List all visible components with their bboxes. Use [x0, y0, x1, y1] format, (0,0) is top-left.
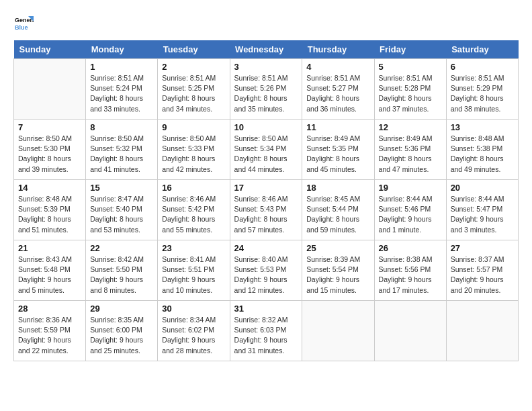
day-number: 8: [90, 122, 153, 132]
day-info: Sunrise: 8:47 AMSunset: 5:40 PMDaylight:…: [90, 194, 153, 235]
day-cell: [14, 59, 86, 120]
day-cell: 23Sunrise: 8:41 AMSunset: 5:51 PMDayligh…: [158, 240, 230, 301]
day-cell: 9Sunrise: 8:50 AMSunset: 5:33 PMDaylight…: [158, 120, 230, 180]
logo: General Blue: [13, 13, 36, 34]
week-row-1: 1Sunrise: 8:51 AMSunset: 5:24 PMDaylight…: [14, 59, 519, 120]
day-number: 7: [18, 122, 81, 132]
day-number: 12: [379, 122, 442, 132]
day-number: 9: [162, 122, 225, 132]
day-cell: 1Sunrise: 8:51 AMSunset: 5:24 PMDaylight…: [86, 59, 158, 120]
day-number: 26: [379, 243, 442, 253]
day-cell: 21Sunrise: 8:43 AMSunset: 5:48 PMDayligh…: [14, 240, 86, 301]
day-cell: 17Sunrise: 8:46 AMSunset: 5:43 PMDayligh…: [230, 180, 302, 240]
day-cell: 26Sunrise: 8:38 AMSunset: 5:56 PMDayligh…: [374, 240, 446, 301]
day-number: 10: [234, 122, 298, 132]
logo-icon: General Blue: [13, 13, 34, 34]
day-number: 3: [234, 62, 298, 72]
day-number: 13: [451, 122, 514, 132]
day-number: 29: [90, 304, 153, 314]
day-cell: [446, 301, 518, 361]
day-cell: 2Sunrise: 8:51 AMSunset: 5:25 PMDaylight…: [158, 59, 230, 120]
day-cell: 28Sunrise: 8:36 AMSunset: 5:59 PMDayligh…: [14, 301, 86, 361]
day-info: Sunrise: 8:38 AMSunset: 5:56 PMDaylight:…: [379, 255, 442, 295]
day-info: Sunrise: 8:41 AMSunset: 5:51 PMDaylight:…: [162, 255, 225, 295]
day-number: 20: [451, 183, 514, 193]
day-info: Sunrise: 8:35 AMSunset: 6:00 PMDaylight:…: [90, 315, 153, 356]
day-info: Sunrise: 8:49 AMSunset: 5:35 PMDaylight:…: [306, 134, 369, 175]
day-number: 16: [162, 183, 225, 193]
day-number: 5: [379, 62, 442, 72]
day-number: 14: [18, 183, 81, 193]
week-row-5: 28Sunrise: 8:36 AMSunset: 5:59 PMDayligh…: [14, 301, 519, 361]
svg-text:Blue: Blue: [15, 24, 28, 31]
day-cell: [374, 301, 446, 361]
day-number: 23: [162, 243, 225, 253]
day-info: Sunrise: 8:50 AMSunset: 5:34 PMDaylight:…: [234, 134, 298, 175]
day-cell: 10Sunrise: 8:50 AMSunset: 5:34 PMDayligh…: [230, 120, 302, 180]
day-number: 11: [306, 122, 369, 132]
day-cell: 7Sunrise: 8:50 AMSunset: 5:30 PMDaylight…: [14, 120, 86, 180]
day-number: 2: [162, 62, 225, 72]
day-number: 27: [451, 243, 514, 253]
week-row-3: 14Sunrise: 8:48 AMSunset: 5:39 PMDayligh…: [14, 180, 519, 240]
week-row-2: 7Sunrise: 8:50 AMSunset: 5:30 PMDaylight…: [14, 120, 519, 180]
day-cell: 3Sunrise: 8:51 AMSunset: 5:26 PMDaylight…: [230, 59, 302, 120]
day-info: Sunrise: 8:51 AMSunset: 5:28 PMDaylight:…: [379, 73, 442, 114]
day-number: 6: [451, 62, 514, 72]
day-cell: 6Sunrise: 8:51 AMSunset: 5:29 PMDaylight…: [446, 59, 518, 120]
week-row-4: 21Sunrise: 8:43 AMSunset: 5:48 PMDayligh…: [14, 240, 519, 301]
day-number: 24: [234, 243, 298, 253]
day-info: Sunrise: 8:50 AMSunset: 5:33 PMDaylight:…: [162, 134, 225, 175]
day-cell: 16Sunrise: 8:46 AMSunset: 5:42 PMDayligh…: [158, 180, 230, 240]
calendar-table: SundayMondayTuesdayWednesdayThursdayFrid…: [13, 40, 519, 361]
header-saturday: Saturday: [446, 40, 518, 59]
day-info: Sunrise: 8:49 AMSunset: 5:36 PMDaylight:…: [379, 134, 442, 175]
day-cell: 22Sunrise: 8:42 AMSunset: 5:50 PMDayligh…: [86, 240, 158, 301]
day-info: Sunrise: 8:48 AMSunset: 5:39 PMDaylight:…: [18, 194, 81, 235]
day-cell: 19Sunrise: 8:44 AMSunset: 5:46 PMDayligh…: [374, 180, 446, 240]
day-info: Sunrise: 8:42 AMSunset: 5:50 PMDaylight:…: [90, 255, 153, 295]
day-cell: 11Sunrise: 8:49 AMSunset: 5:35 PMDayligh…: [302, 120, 374, 180]
day-number: 30: [162, 304, 225, 314]
day-cell: 4Sunrise: 8:51 AMSunset: 5:27 PMDaylight…: [302, 59, 374, 120]
day-info: Sunrise: 8:44 AMSunset: 5:46 PMDaylight:…: [379, 194, 442, 235]
day-cell: 20Sunrise: 8:44 AMSunset: 5:47 PMDayligh…: [446, 180, 518, 240]
day-info: Sunrise: 8:51 AMSunset: 5:25 PMDaylight:…: [162, 73, 225, 114]
day-cell: [302, 301, 374, 361]
day-number: 1: [90, 62, 153, 72]
day-info: Sunrise: 8:51 AMSunset: 5:27 PMDaylight:…: [306, 73, 369, 114]
day-info: Sunrise: 8:45 AMSunset: 5:44 PMDaylight:…: [306, 194, 369, 235]
day-info: Sunrise: 8:51 AMSunset: 5:29 PMDaylight:…: [451, 73, 514, 114]
day-info: Sunrise: 8:50 AMSunset: 5:30 PMDaylight:…: [18, 134, 81, 175]
day-info: Sunrise: 8:36 AMSunset: 5:59 PMDaylight:…: [18, 315, 81, 356]
day-info: Sunrise: 8:48 AMSunset: 5:38 PMDaylight:…: [451, 134, 514, 175]
day-number: 22: [90, 243, 153, 253]
day-number: 31: [234, 304, 298, 314]
day-cell: 13Sunrise: 8:48 AMSunset: 5:38 PMDayligh…: [446, 120, 518, 180]
day-info: Sunrise: 8:46 AMSunset: 5:43 PMDaylight:…: [234, 194, 298, 235]
day-info: Sunrise: 8:40 AMSunset: 5:53 PMDaylight:…: [234, 255, 298, 295]
day-cell: 30Sunrise: 8:34 AMSunset: 6:02 PMDayligh…: [158, 301, 230, 361]
day-info: Sunrise: 8:39 AMSunset: 5:54 PMDaylight:…: [306, 255, 369, 295]
day-number: 4: [306, 62, 369, 72]
day-number: 28: [18, 304, 81, 314]
day-info: Sunrise: 8:51 AMSunset: 5:26 PMDaylight:…: [234, 73, 298, 114]
day-info: Sunrise: 8:43 AMSunset: 5:48 PMDaylight:…: [18, 255, 81, 295]
day-info: Sunrise: 8:50 AMSunset: 5:32 PMDaylight:…: [90, 134, 153, 175]
day-cell: 14Sunrise: 8:48 AMSunset: 5:39 PMDayligh…: [14, 180, 86, 240]
day-number: 19: [379, 183, 442, 193]
day-cell: 27Sunrise: 8:37 AMSunset: 5:57 PMDayligh…: [446, 240, 518, 301]
day-cell: 25Sunrise: 8:39 AMSunset: 5:54 PMDayligh…: [302, 240, 374, 301]
page-header: General Blue: [13, 13, 519, 34]
day-info: Sunrise: 8:32 AMSunset: 6:03 PMDaylight:…: [234, 315, 298, 356]
day-number: 15: [90, 183, 153, 193]
header-thursday: Thursday: [302, 40, 374, 59]
day-number: 21: [18, 243, 81, 253]
day-number: 18: [306, 183, 369, 193]
day-cell: 12Sunrise: 8:49 AMSunset: 5:36 PMDayligh…: [374, 120, 446, 180]
header-monday: Monday: [86, 40, 158, 59]
day-cell: 29Sunrise: 8:35 AMSunset: 6:00 PMDayligh…: [86, 301, 158, 361]
day-cell: 5Sunrise: 8:51 AMSunset: 5:28 PMDaylight…: [374, 59, 446, 120]
day-info: Sunrise: 8:34 AMSunset: 6:02 PMDaylight:…: [162, 315, 225, 356]
header-friday: Friday: [374, 40, 446, 59]
